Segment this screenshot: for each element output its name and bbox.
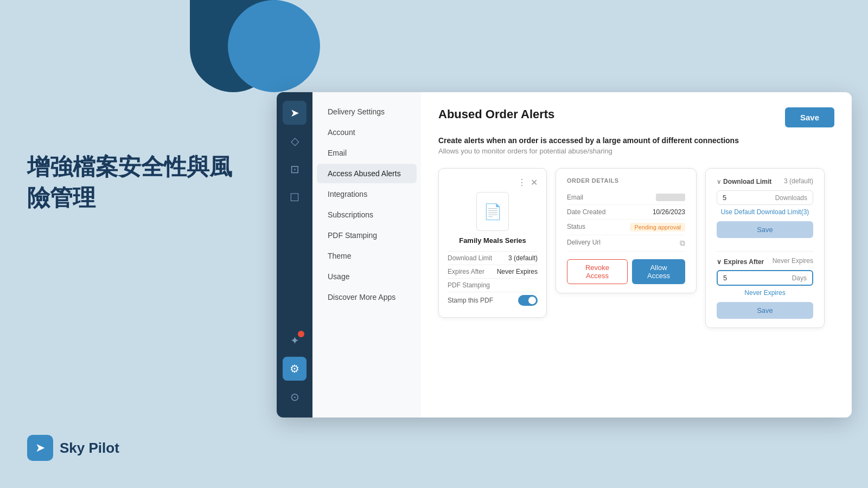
sidebar-icon-inbox[interactable]: ⊡ xyxy=(283,157,307,181)
order-url-label: Delivery Url xyxy=(567,239,601,248)
sidebar-icon-settings[interactable]: ⚙ xyxy=(283,357,307,381)
download-limit-input-row: Downloads xyxy=(717,190,813,205)
product-download-limit-row: Download Limit 3 (default) xyxy=(448,251,538,265)
days-unit: Days xyxy=(792,274,807,282)
copy-icon[interactable]: ⧉ xyxy=(680,239,685,248)
download-limit-section-title: ∨ Download Limit xyxy=(717,178,771,185)
nav-usage[interactable]: Usage xyxy=(317,267,417,286)
chevron-down-icon-2: ∨ xyxy=(717,258,722,266)
page-header: Abused Order Alerts Save xyxy=(438,107,834,127)
nav-integrations[interactable]: Integrations xyxy=(317,184,417,204)
nav-menu: Delivery Settings Account Email Access A… xyxy=(312,92,421,418)
sidebar-icon-cursor[interactable]: ➤ xyxy=(283,101,307,125)
expires-input[interactable] xyxy=(723,274,792,282)
downloads-unit: Downloads xyxy=(775,194,807,202)
product-card-actions: ⋮ ✕ xyxy=(448,177,538,188)
limit-card: ∨ Download Limit 3 (default) Downloads U… xyxy=(705,168,825,328)
order-date-label: Date Created xyxy=(567,208,605,216)
product-card: ⋮ ✕ 📄 Family Meals Series Download Limit… xyxy=(438,168,547,318)
never-expires-link[interactable]: Never Expires xyxy=(717,289,813,297)
expires-after-section-title: ∨ Expires After xyxy=(717,258,764,266)
nav-theme[interactable]: Theme xyxy=(317,246,417,266)
save-button[interactable]: Save xyxy=(785,107,834,127)
allow-access-button[interactable]: Allow Access xyxy=(632,259,685,284)
nav-access-abused-alerts[interactable]: Access Abused Alerts xyxy=(317,164,417,183)
status-badge: Pending approval xyxy=(630,223,685,232)
expires-input-row: Days xyxy=(717,270,813,286)
download-limit-value: 3 (default) xyxy=(508,254,538,262)
notification-badge xyxy=(298,331,304,337)
stamp-toggle[interactable] xyxy=(518,295,538,306)
expires-after-default: Never Expires xyxy=(773,257,813,265)
download-limit-input[interactable] xyxy=(723,194,775,202)
product-name: Family Meals Series xyxy=(448,236,538,245)
sidebar-icon-user[interactable]: ⊙ xyxy=(283,385,307,409)
close-icon[interactable]: ✕ xyxy=(531,177,538,188)
nav-subscriptions[interactable]: Subscriptions xyxy=(317,205,417,224)
chevron-down-icon: ∨ xyxy=(717,178,721,185)
order-status-label: Status xyxy=(567,223,585,232)
order-email-value: •••••••••••••• xyxy=(656,194,685,201)
page-title: Abused Order Alerts xyxy=(438,107,554,121)
toggle-knob xyxy=(528,297,536,304)
app-container: ➤ ◇ ⊡ ☐ ✦ ⚙ ⊙ Delivery Settings Account … xyxy=(277,92,852,418)
logo-icon: ➤ xyxy=(27,435,53,461)
main-content: Abused Order Alerts Save Create alerts w… xyxy=(421,92,852,418)
logo-name: Sky Pilot xyxy=(60,440,119,457)
stamp-pdf-label: Stamp this PDF xyxy=(448,297,493,304)
order-actions: Revoke Access Allow Access xyxy=(567,259,685,284)
nav-delivery-settings[interactable]: Delivery Settings xyxy=(317,102,417,121)
pdf-stamping-label: PDF Stamping xyxy=(448,281,490,289)
description-title: Create alerts when an order is accessed … xyxy=(438,136,834,145)
use-default-link[interactable]: Use Default Download Limit(3) xyxy=(717,208,813,216)
download-limit-label: Download Limit xyxy=(448,254,492,262)
product-file-icon: 📄 xyxy=(476,192,509,231)
nav-account[interactable]: Account xyxy=(317,123,417,142)
bg-shape-blue xyxy=(228,0,320,92)
divider xyxy=(717,251,813,252)
order-card-title: ORDER DETAILS xyxy=(567,177,685,184)
order-email-label: Email xyxy=(567,194,583,201)
expires-after-value: Never Expires xyxy=(497,268,538,275)
expires-after-label: Expires After xyxy=(448,268,484,275)
sidebar-icon-file[interactable]: ☐ xyxy=(283,185,307,209)
order-card: ORDER DETAILS Email •••••••••••••• Date … xyxy=(556,168,697,293)
order-status-row: Status Pending approval xyxy=(567,220,685,235)
download-limit-default: 3 (default) xyxy=(784,177,813,185)
nav-discover-more-apps[interactable]: Discover More Apps xyxy=(317,287,417,307)
download-limit-save-button[interactable]: Save xyxy=(717,221,813,238)
nav-email[interactable]: Email xyxy=(317,143,417,163)
more-icon[interactable]: ⋮ xyxy=(518,177,526,188)
revoke-access-button[interactable]: Revoke Access xyxy=(567,259,628,284)
description-sub: Allows you to monitor orders for potenti… xyxy=(438,147,834,155)
order-date-value: 10/26/2023 xyxy=(653,208,685,216)
product-pdf-stamp-row: PDF Stamping xyxy=(448,278,538,292)
sidebar: ➤ ◇ ⊡ ☐ ✦ ⚙ ⊙ xyxy=(277,92,312,418)
logo-area: ➤ Sky Pilot xyxy=(27,435,119,461)
order-date-row: Date Created 10/26/2023 xyxy=(567,205,685,220)
hero-text: 增強檔案安全性與風 險管理 xyxy=(27,152,233,213)
order-url-row: Delivery Url ⧉ xyxy=(567,235,685,252)
product-expires-row: Expires After Never Expires xyxy=(448,265,538,278)
expires-save-button[interactable]: Save xyxy=(717,302,813,319)
cards-row: ⋮ ✕ 📄 Family Meals Series Download Limit… xyxy=(438,168,834,328)
nav-pdf-stamping[interactable]: PDF Stamping xyxy=(317,226,417,245)
order-email-row: Email •••••••••••••• xyxy=(567,190,685,205)
sidebar-icon-tag[interactable]: ◇ xyxy=(283,129,307,153)
stamp-pdf-row: Stamp this PDF xyxy=(448,292,538,309)
sidebar-icon-sparkle[interactable]: ✦ xyxy=(283,329,307,352)
